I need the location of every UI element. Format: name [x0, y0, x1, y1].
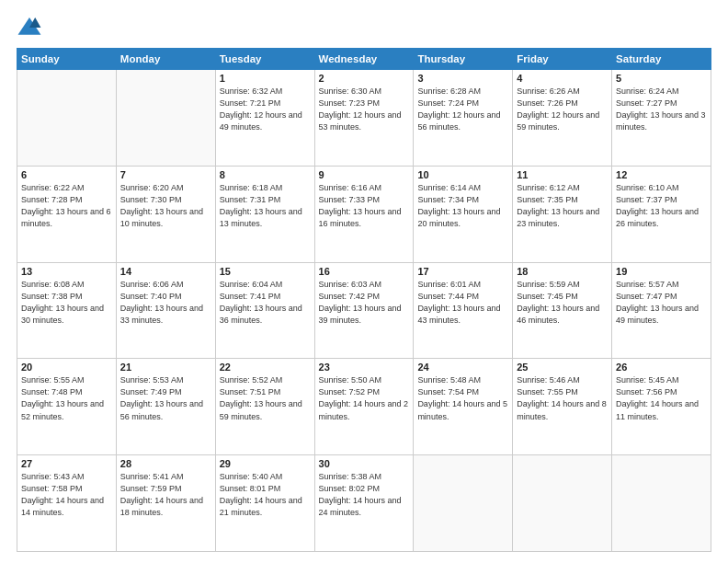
calendar-cell: 15Sunrise: 6:04 AM Sunset: 7:41 PM Dayli… [215, 262, 314, 359]
calendar-cell: 5Sunrise: 6:24 AM Sunset: 7:27 PM Daylig… [612, 70, 711, 167]
day-number: 18 [517, 266, 608, 277]
day-number: 4 [517, 73, 608, 84]
calendar-week-row: 1Sunrise: 6:32 AM Sunset: 7:21 PM Daylig… [17, 70, 711, 167]
day-number: 30 [319, 458, 410, 469]
calendar-cell: 29Sunrise: 5:40 AM Sunset: 8:01 PM Dayli… [215, 455, 314, 552]
calendar-cell: 25Sunrise: 5:46 AM Sunset: 7:55 PM Dayli… [513, 359, 612, 455]
day-info: Sunrise: 5:41 AM Sunset: 7:59 PM Dayligh… [120, 471, 211, 519]
day-info: Sunrise: 6:08 AM Sunset: 7:38 PM Dayligh… [21, 279, 112, 327]
day-number: 2 [319, 73, 410, 84]
day-info: Sunrise: 6:24 AM Sunset: 7:27 PM Dayligh… [616, 86, 707, 133]
calendar-cell: 14Sunrise: 6:06 AM Sunset: 7:40 PM Dayli… [116, 262, 215, 359]
weekday-header: Tuesday [215, 49, 314, 70]
day-number: 7 [120, 169, 211, 180]
day-info: Sunrise: 5:52 AM Sunset: 7:51 PM Dayligh… [220, 374, 311, 422]
day-number: 6 [21, 169, 112, 180]
calendar-cell: 27Sunrise: 5:43 AM Sunset: 7:58 PM Dayli… [17, 455, 117, 552]
day-info: Sunrise: 6:18 AM Sunset: 7:31 PM Dayligh… [220, 182, 311, 230]
day-info: Sunrise: 6:26 AM Sunset: 7:26 PM Dayligh… [517, 86, 608, 133]
calendar-cell: 6Sunrise: 6:22 AM Sunset: 7:28 PM Daylig… [17, 166, 117, 262]
day-number: 10 [417, 169, 508, 180]
day-number: 13 [21, 266, 112, 277]
calendar-cell: 20Sunrise: 5:55 AM Sunset: 7:48 PM Dayli… [17, 359, 117, 455]
calendar-cell [414, 455, 513, 552]
calendar-cell: 12Sunrise: 6:10 AM Sunset: 7:37 PM Dayli… [612, 166, 711, 262]
day-info: Sunrise: 6:10 AM Sunset: 7:37 PM Dayligh… [616, 182, 707, 230]
calendar-week-row: 13Sunrise: 6:08 AM Sunset: 7:38 PM Dayli… [17, 262, 711, 359]
weekday-header: Wednesday [314, 49, 414, 70]
weekday-header-row: SundayMondayTuesdayWednesdayThursdayFrid… [17, 49, 711, 70]
day-info: Sunrise: 5:46 AM Sunset: 7:55 PM Dayligh… [517, 374, 608, 422]
calendar-cell: 10Sunrise: 6:14 AM Sunset: 7:34 PM Dayli… [414, 166, 513, 262]
day-info: Sunrise: 5:53 AM Sunset: 7:49 PM Dayligh… [120, 374, 211, 422]
day-number: 27 [21, 458, 112, 469]
calendar-cell: 22Sunrise: 5:52 AM Sunset: 7:51 PM Dayli… [215, 359, 314, 455]
weekday-header: Friday [513, 49, 612, 70]
calendar-cell: 17Sunrise: 6:01 AM Sunset: 7:44 PM Dayli… [414, 262, 513, 359]
day-number: 9 [319, 169, 410, 180]
calendar-cell: 11Sunrise: 6:12 AM Sunset: 7:35 PM Dayli… [513, 166, 612, 262]
calendar-cell: 26Sunrise: 5:45 AM Sunset: 7:56 PM Dayli… [612, 359, 711, 455]
day-info: Sunrise: 6:04 AM Sunset: 7:41 PM Dayligh… [220, 279, 311, 327]
day-number: 24 [417, 362, 508, 373]
day-info: Sunrise: 5:57 AM Sunset: 7:47 PM Dayligh… [616, 279, 707, 327]
header [17, 15, 711, 40]
day-info: Sunrise: 5:43 AM Sunset: 7:58 PM Dayligh… [21, 471, 112, 519]
page: SundayMondayTuesdayWednesdayThursdayFrid… [0, 0, 728, 563]
calendar-cell: 18Sunrise: 5:59 AM Sunset: 7:45 PM Dayli… [513, 262, 612, 359]
day-number: 25 [517, 362, 608, 373]
day-info: Sunrise: 6:30 AM Sunset: 7:23 PM Dayligh… [319, 86, 410, 133]
day-number: 28 [120, 458, 211, 469]
day-number: 19 [616, 266, 707, 277]
calendar-cell: 7Sunrise: 6:20 AM Sunset: 7:30 PM Daylig… [116, 166, 215, 262]
calendar-cell: 2Sunrise: 6:30 AM Sunset: 7:23 PM Daylig… [314, 70, 414, 167]
weekday-header: Saturday [612, 49, 711, 70]
calendar-cell [612, 455, 711, 552]
day-info: Sunrise: 5:40 AM Sunset: 8:01 PM Dayligh… [220, 471, 311, 519]
day-info: Sunrise: 6:32 AM Sunset: 7:21 PM Dayligh… [220, 86, 311, 133]
day-info: Sunrise: 5:55 AM Sunset: 7:48 PM Dayligh… [21, 374, 112, 422]
day-info: Sunrise: 6:20 AM Sunset: 7:30 PM Dayligh… [120, 182, 211, 230]
day-number: 1 [220, 73, 311, 84]
calendar-cell: 4Sunrise: 6:26 AM Sunset: 7:26 PM Daylig… [513, 70, 612, 167]
logo [17, 15, 46, 40]
calendar-cell: 24Sunrise: 5:48 AM Sunset: 7:54 PM Dayli… [414, 359, 513, 455]
day-number: 15 [220, 266, 311, 277]
day-number: 20 [21, 362, 112, 373]
calendar-cell: 28Sunrise: 5:41 AM Sunset: 7:59 PM Dayli… [116, 455, 215, 552]
calendar-cell: 1Sunrise: 6:32 AM Sunset: 7:21 PM Daylig… [215, 70, 314, 167]
day-number: 14 [120, 266, 211, 277]
day-number: 17 [417, 266, 508, 277]
day-info: Sunrise: 6:06 AM Sunset: 7:40 PM Dayligh… [120, 279, 211, 327]
day-number: 11 [517, 169, 608, 180]
calendar-cell [17, 70, 117, 167]
calendar-cell: 9Sunrise: 6:16 AM Sunset: 7:33 PM Daylig… [314, 166, 414, 262]
day-info: Sunrise: 6:28 AM Sunset: 7:24 PM Dayligh… [417, 86, 508, 133]
calendar-cell [513, 455, 612, 552]
calendar-table: SundayMondayTuesdayWednesdayThursdayFrid… [17, 48, 711, 552]
day-info: Sunrise: 5:50 AM Sunset: 7:52 PM Dayligh… [319, 374, 410, 422]
day-info: Sunrise: 6:01 AM Sunset: 7:44 PM Dayligh… [417, 279, 508, 327]
day-number: 5 [616, 73, 707, 84]
day-info: Sunrise: 6:22 AM Sunset: 7:28 PM Dayligh… [21, 182, 112, 230]
day-number: 16 [319, 266, 410, 277]
day-number: 8 [220, 169, 311, 180]
calendar-cell: 30Sunrise: 5:38 AM Sunset: 8:02 PM Dayli… [314, 455, 414, 552]
calendar-week-row: 6Sunrise: 6:22 AM Sunset: 7:28 PM Daylig… [17, 166, 711, 262]
day-info: Sunrise: 6:03 AM Sunset: 7:42 PM Dayligh… [319, 279, 410, 327]
day-info: Sunrise: 6:12 AM Sunset: 7:35 PM Dayligh… [517, 182, 608, 230]
calendar-week-row: 27Sunrise: 5:43 AM Sunset: 7:58 PM Dayli… [17, 455, 711, 552]
weekday-header: Thursday [414, 49, 513, 70]
calendar-cell: 8Sunrise: 6:18 AM Sunset: 7:31 PM Daylig… [215, 166, 314, 262]
calendar-cell: 19Sunrise: 5:57 AM Sunset: 7:47 PM Dayli… [612, 262, 711, 359]
weekday-header: Monday [116, 49, 215, 70]
day-number: 29 [220, 458, 311, 469]
calendar-cell: 23Sunrise: 5:50 AM Sunset: 7:52 PM Dayli… [314, 359, 414, 455]
day-info: Sunrise: 5:48 AM Sunset: 7:54 PM Dayligh… [417, 374, 508, 422]
calendar-cell: 16Sunrise: 6:03 AM Sunset: 7:42 PM Dayli… [314, 262, 414, 359]
day-number: 22 [220, 362, 311, 373]
calendar-cell [116, 70, 215, 167]
day-info: Sunrise: 5:45 AM Sunset: 7:56 PM Dayligh… [616, 374, 707, 422]
calendar-cell: 13Sunrise: 6:08 AM Sunset: 7:38 PM Dayli… [17, 262, 117, 359]
day-info: Sunrise: 5:59 AM Sunset: 7:45 PM Dayligh… [517, 279, 608, 327]
